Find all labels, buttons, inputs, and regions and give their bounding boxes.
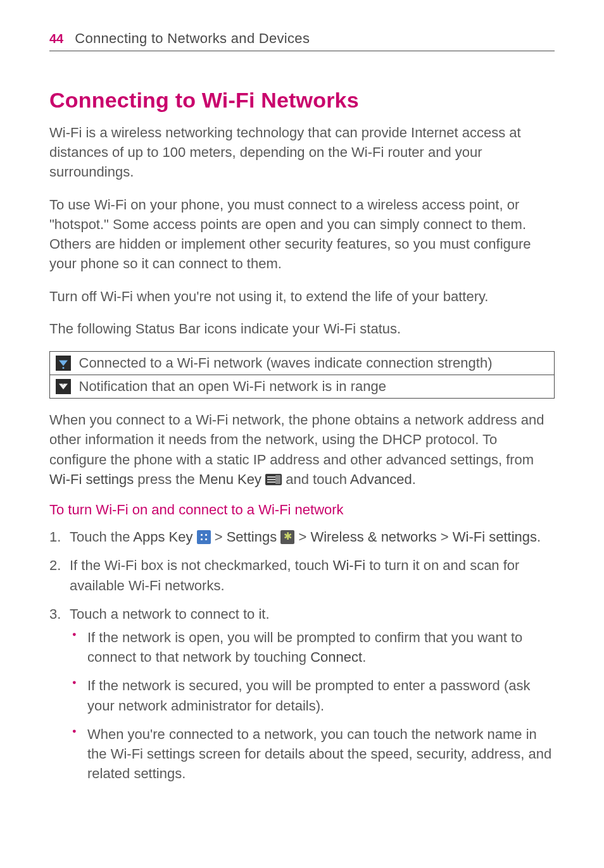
bullet-list: If the network is open, you will be prom… (70, 628, 555, 784)
list-item: If the Wi-Fi box is not checkmarked, tou… (49, 555, 555, 595)
text-run: If the Wi-Fi box is not checkmarked, tou… (70, 557, 333, 573)
bold-text: Wireless & networks (310, 529, 436, 545)
text-run: When you connect to a Wi-Fi network, the… (49, 412, 544, 467)
table-row: Notification that an open Wi-Fi network … (50, 375, 555, 399)
status-icon-table: Connected to a Wi-Fi network (waves indi… (49, 351, 555, 399)
text-run: Touch the (70, 529, 133, 545)
list-item: If the network is open, you will be prom… (70, 628, 555, 667)
apps-key-icon (197, 530, 211, 544)
bold-text: Wi-Fi settings (49, 471, 134, 487)
bold-text: Settings (227, 529, 277, 545)
paragraph: To use Wi-Fi on your phone, you must con… (49, 195, 555, 274)
paragraph: Turn off Wi-Fi when you're not using it,… (49, 287, 555, 306)
text-run: Touch a network to connect to it. (70, 606, 270, 622)
settings-icon (280, 530, 294, 544)
text-run: If the network is open, you will be prom… (87, 629, 522, 665)
list-item: Touch the Apps Key > Settings > Wireless… (49, 527, 555, 547)
ordered-list: Touch the Apps Key > Settings > Wireless… (49, 527, 555, 784)
bold-text: Apps Key (133, 529, 192, 545)
menu-key-icon (265, 474, 282, 485)
text-run: > (294, 529, 310, 545)
bold-text: Connect (310, 649, 362, 665)
list-item: When you're connected to a network, you … (70, 724, 555, 784)
text-run: . (537, 529, 541, 545)
heading-main: Connecting to Wi-Fi Networks (49, 88, 555, 113)
paragraph: Wi-Fi is a wireless networking technolog… (49, 123, 555, 182)
list-item: If the network is secured, you will be p… (70, 676, 555, 715)
text-run: and touch (282, 471, 350, 487)
table-text-cell: Notification that an open Wi-Fi network … (77, 375, 555, 399)
table-row: Connected to a Wi-Fi network (waves indi… (50, 352, 555, 375)
section-title: Connecting to Networks and Devices (75, 30, 310, 47)
bold-text: Advanced (350, 471, 412, 487)
heading-sub: To turn Wi-Fi on and connect to a Wi-Fi … (49, 502, 555, 518)
paragraph: When you connect to a Wi-Fi network, the… (49, 410, 555, 489)
page-header: 44 Connecting to Networks and Devices (49, 30, 555, 51)
document-page: 44 Connecting to Networks and Devices Co… (0, 0, 604, 831)
text-run: . (412, 471, 416, 487)
table-text-cell: Connected to a Wi-Fi network (waves indi… (77, 352, 555, 375)
table-icon-cell (50, 375, 77, 399)
bold-text: Wi-Fi settings (453, 529, 537, 545)
text-run: . (362, 649, 366, 665)
list-item: Touch a network to connect to it. If the… (49, 604, 555, 784)
paragraph: The following Status Bar icons indicate … (49, 319, 555, 338)
bold-text: Wi-Fi (333, 557, 365, 573)
bold-text: Menu Key (199, 471, 261, 487)
text-run: > (437, 529, 453, 545)
text-run: > (211, 529, 227, 545)
page-number: 44 (49, 32, 63, 46)
wifi-connected-icon (56, 356, 71, 371)
text-run: press the (134, 471, 199, 487)
table-icon-cell (50, 352, 77, 375)
wifi-open-network-icon (56, 379, 71, 394)
